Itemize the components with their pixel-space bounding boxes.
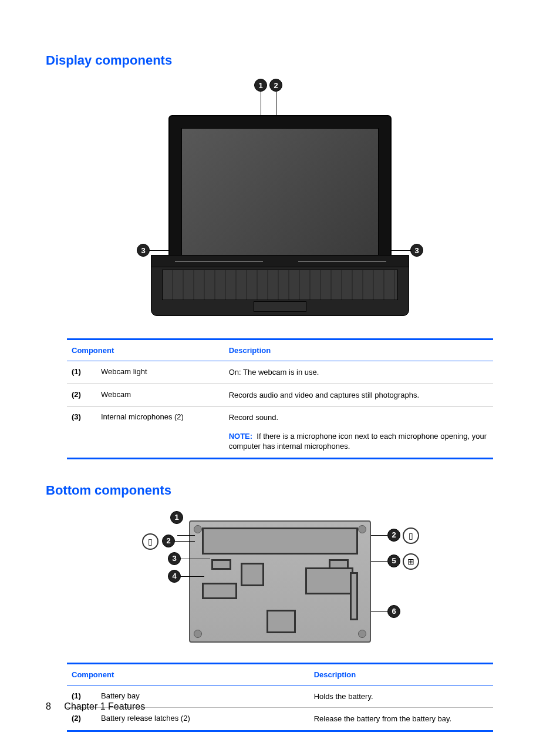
- display-illustration: 1 2 3 3: [46, 79, 514, 325]
- callout-bubble-2r: 2: [387, 529, 400, 542]
- row-index: (3): [67, 406, 96, 459]
- battery-bay-outline: [202, 527, 358, 555]
- callout-bubble-5: 5: [387, 555, 400, 567]
- row-index: (1): [67, 361, 96, 384]
- callout-bubble-3-left: 3: [137, 244, 150, 257]
- component-description: Records audio and video and captures sti…: [224, 384, 493, 406]
- display-components-table: Component Description (1) Webcam light O…: [67, 338, 493, 459]
- chapter-label: Chapter 1 Features: [64, 701, 145, 711]
- note-label: NOTE:: [229, 432, 252, 441]
- table-row: (2) Webcam Records audio and video and c…: [67, 384, 493, 406]
- laptop-base: [151, 255, 409, 316]
- component-name: Webcam light: [96, 361, 224, 384]
- bottom-illustration: ▯ 1 2 3 4 2 ▯ 5 ⊞ 6: [46, 509, 514, 650]
- component-description: Holds the battery.: [309, 685, 493, 708]
- page-footer: 8 Chapter 1 Features: [46, 701, 145, 712]
- laptop-keyboard: [162, 270, 398, 300]
- row-index: (2): [67, 384, 96, 406]
- table-header-row: Component Description: [67, 340, 493, 361]
- header-component: Component: [67, 663, 309, 685]
- chassis-bottom: [189, 520, 371, 643]
- laptop-touchpad: [254, 301, 306, 312]
- component-name: Internal microphones (2): [96, 406, 224, 459]
- table-row: (1) Webcam light On: The webcam is in us…: [67, 361, 493, 384]
- bottom-components-heading: Bottom components: [46, 483, 514, 498]
- note-text: If there is a microphone icon next to ea…: [229, 432, 487, 451]
- memory-icon: ⊞: [403, 553, 419, 570]
- table-header-row: Component Description: [67, 663, 493, 685]
- header-description: Description: [224, 340, 493, 361]
- battery-icon: ▯: [142, 533, 158, 550]
- callout-bubble-6: 6: [387, 605, 400, 618]
- component-description: On: The webcam is in use.: [224, 361, 493, 384]
- battery-icon: ▯: [403, 527, 419, 544]
- callout-bubble-3-right: 3: [410, 244, 423, 257]
- callout-bubble-2: 2: [162, 535, 175, 547]
- header-component: Component: [67, 340, 224, 361]
- callout-bubble-2: 2: [269, 79, 282, 92]
- page-number: 8: [46, 701, 51, 711]
- component-description: Record sound. NOTE: If there is a microp…: [224, 406, 493, 459]
- bottom-components-table: Component Description (1) Battery bay Ho…: [67, 663, 493, 732]
- header-description: Description: [309, 663, 493, 685]
- laptop-screen: [181, 128, 379, 257]
- display-components-heading: Display components: [46, 53, 514, 68]
- callout-bubble-4: 4: [168, 570, 181, 583]
- callout-bubble-1: 1: [254, 79, 267, 92]
- callout-bubble-1: 1: [170, 511, 183, 524]
- component-description: Release the battery from the battery bay…: [309, 708, 493, 731]
- component-name: Webcam: [96, 384, 224, 406]
- table-row: (3) Internal microphones (2) Record soun…: [67, 406, 493, 459]
- callout-bubble-3: 3: [168, 552, 181, 565]
- laptop-lid: [168, 115, 392, 270]
